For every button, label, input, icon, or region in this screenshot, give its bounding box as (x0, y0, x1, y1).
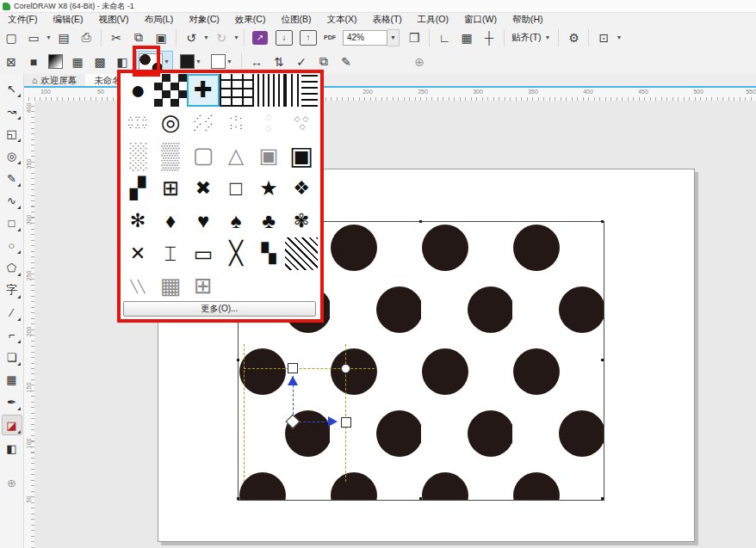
pattern-swatch-spade[interactable]: ♠ (220, 205, 252, 237)
connector-tool[interactable]: ⌐ (3, 325, 22, 344)
pattern-swatch-flower[interactable]: ✾ (285, 205, 318, 237)
freehand-tool[interactable]: ✎ (3, 169, 22, 188)
polygon-tool[interactable]: ⬠ (3, 258, 22, 277)
pattern-swatch-ornament-outline[interactable]: ◌ ◌ (252, 107, 285, 139)
smart-fill-tool[interactable]: ◧ (3, 439, 22, 458)
snap-to-dropdown[interactable]: 贴齐(T)▼ (511, 32, 551, 44)
uniform-fill-button[interactable]: ■ (23, 52, 44, 71)
pattern-swatch-checkerboard[interactable] (154, 74, 187, 107)
undo-button[interactable]: ↺ (181, 28, 201, 47)
customize-property-bar-button[interactable]: ⊕ (409, 52, 430, 71)
pattern-swatch-i-beam[interactable]: ⌶ (154, 237, 187, 270)
front-color-dropdown[interactable]: ▼ (180, 54, 202, 69)
menu-item-11[interactable]: 帮助(H) (505, 13, 551, 26)
cut-button[interactable]: ✂ (106, 28, 127, 47)
pattern-swatch-square-grid[interactable]: ⊞ (187, 270, 220, 301)
menu-item-6[interactable]: 位图(B) (273, 13, 319, 26)
fill-arrow-up-icon[interactable] (288, 376, 298, 385)
menu-item-10[interactable]: 窗口(W) (456, 13, 505, 26)
menu-item-5[interactable]: 效果(C) (227, 13, 274, 26)
back-color-dropdown[interactable]: ▼ (211, 54, 233, 69)
pattern-swatch-big-x[interactable]: ╳ (220, 237, 252, 270)
transform-fill-button[interactable]: ✓ (291, 52, 312, 71)
redo-button[interactable]: ↻ (211, 28, 232, 47)
pattern-swatch-diagonal-stripes[interactable] (285, 237, 318, 270)
paste-button[interactable]: ▣ (151, 28, 171, 47)
menu-item-9[interactable]: 工具(O) (410, 13, 456, 26)
more-patterns-button[interactable]: 更多(O)... (123, 301, 316, 317)
vertical-ruler[interactable]: 40035030025020015010050 (23, 101, 35, 548)
dimension-tool[interactable]: ∕ (3, 303, 22, 322)
vector-pattern-fill-button[interactable]: ▦ (67, 52, 88, 71)
zoom-level-value[interactable]: 42% (343, 30, 387, 46)
interactive-fill-tool[interactable]: ◪ (2, 415, 22, 435)
fountain-fill-button[interactable] (48, 54, 63, 69)
pattern-swatch-rings[interactable]: ◎ (154, 107, 187, 139)
pattern-swatch-heart[interactable]: ♥ (187, 205, 220, 237)
transparency-tool[interactable]: ▦ (3, 370, 22, 389)
pattern-swatch-dot-texture[interactable]: ∴ ∵ ∴ ∵ ∴ ∵ (121, 107, 154, 139)
pattern-swatch-diagonal-dashes[interactable]: ⋰ ⋰ ⋰ ⋰ (187, 107, 220, 139)
menu-item-8[interactable]: 表格(T) (364, 13, 409, 26)
selection-handle[interactable] (419, 497, 422, 500)
ellipse-tool[interactable]: ○ (3, 236, 22, 255)
pattern-swatch-x-shapes[interactable]: ✖ (187, 172, 220, 205)
zoom-dropdown-arrow-icon[interactable]: ▼ (387, 29, 400, 46)
pattern-swatch-pyramid[interactable]: △ (220, 139, 252, 172)
pattern-swatch-diagonal-lattice[interactable]: ╲╲ (121, 270, 154, 301)
publish-pdf-button[interactable]: PDF (324, 34, 336, 41)
pattern-swatch-spiral-square[interactable]: ▢ (187, 139, 220, 172)
selection-handle[interactable] (601, 497, 604, 500)
pattern-swatch-x-dashes[interactable]: ✕ (121, 237, 154, 270)
pattern-swatch-hollow-square[interactable]: □ (220, 172, 252, 205)
bitmap-pattern-fill-button[interactable]: ▩ (90, 52, 110, 71)
pattern-swatch-nested-squares-bold[interactable]: ▣ (285, 139, 318, 172)
shape-tool[interactable]: ↝ (3, 102, 22, 120)
menu-item-3[interactable]: 布局(L) (136, 13, 181, 26)
fill-arrow-right-icon[interactable] (328, 416, 338, 427)
print-button[interactable]: ⎙ (76, 28, 96, 47)
pattern-swatch-tile-shapes[interactable]: ▞ (121, 172, 154, 205)
pattern-swatch-vertical-lines[interactable] (252, 74, 285, 107)
drop-shadow-tool[interactable]: ❏ (3, 348, 22, 366)
pattern-swatch-diamond-dots[interactable]: ◇ ◇ ◇ (285, 107, 318, 139)
copy-fill-button[interactable]: ⧉ (313, 52, 334, 71)
options-button[interactable]: ⚙ (563, 28, 584, 47)
fill-handle-corner-circle[interactable] (341, 364, 350, 373)
pattern-swatch-nested-squares-light[interactable]: ▣ (252, 139, 285, 172)
fullscreen-preview-button[interactable]: ❒ (404, 28, 424, 47)
fill-handle-right-square[interactable] (341, 417, 351, 428)
pattern-swatch-bricks[interactable] (220, 74, 252, 107)
two-color-pattern-fill-button[interactable]: ◧ (112, 52, 133, 71)
show-rulers-button[interactable]: ∟ (434, 28, 455, 47)
pattern-swatch-dot-lattice[interactable]: ░ (121, 139, 154, 172)
edit-fill-button[interactable]: ✎ (336, 52, 356, 71)
copy-button[interactable]: ⧉ (128, 28, 149, 47)
pick-tool[interactable]: ↖ (3, 79, 22, 98)
selection-handle[interactable] (237, 497, 239, 500)
pattern-swatch-line-blocks[interactable] (285, 74, 318, 107)
pattern-swatch-pinwheel[interactable]: ❖ (285, 172, 318, 205)
launcher-dropdown[interactable]: ⊡ (593, 28, 614, 47)
tab-welcome-screen[interactable]: ⌂ 欢迎屏幕 (23, 74, 85, 86)
mirror-tiles-button[interactable]: ↔ (246, 52, 267, 71)
pattern-swatch-maple-leaf[interactable]: ✻ (121, 205, 154, 237)
export-button[interactable]: ↑ (300, 30, 317, 46)
pattern-swatch-dot-weave[interactable]: ▒ (154, 139, 187, 172)
pattern-swatch-bracket-square[interactable]: ▭ (187, 237, 220, 270)
menu-item-1[interactable]: 编辑(E) (45, 13, 90, 26)
menu-item-7[interactable]: 文本(X) (319, 13, 364, 26)
text-tool[interactable]: 字 (3, 280, 22, 299)
show-grid-button[interactable]: ▦ (456, 28, 477, 47)
pattern-swatch-checker-squares[interactable]: ▚ (252, 237, 285, 270)
crop-tool[interactable]: ◱ (3, 124, 22, 143)
no-fill-button[interactable]: ⊠ (1, 52, 22, 71)
zoom-tool[interactable]: ◎ (3, 146, 22, 165)
pattern-swatch-crosshatch[interactable]: ▦ (154, 270, 187, 301)
show-guidelines-button[interactable]: ┼ (479, 28, 499, 47)
selection-handle[interactable] (419, 220, 422, 223)
pattern-swatch-cross-tiles[interactable]: ⊞ (154, 172, 187, 205)
search-content-button[interactable]: ↗ (252, 31, 268, 45)
selection-handle[interactable] (601, 220, 604, 223)
menu-item-2[interactable]: 视图(V) (90, 13, 136, 26)
